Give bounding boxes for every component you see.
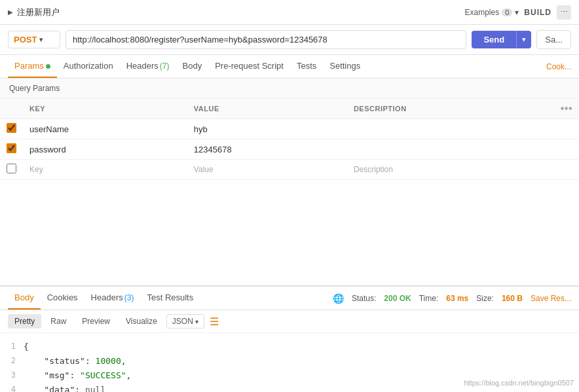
code-line-2: 2 "status": 10000, (0, 354, 579, 368)
middle-spacer (0, 180, 579, 285)
status-value: 200 OK (384, 294, 411, 303)
code-content-2: "status": 10000, (24, 354, 126, 368)
row1-more (554, 119, 579, 139)
send-btn-group: Send ▾ (472, 31, 531, 48)
method-arrow-icon: ▾ (39, 36, 43, 43)
placeholder-key[interactable]: Key (23, 160, 187, 180)
row2-checkbox[interactable] (7, 143, 16, 153)
query-params-label: Query Params (0, 79, 579, 99)
triangle-icon: ▶ (8, 9, 13, 16)
more-icon[interactable]: ••• (561, 103, 572, 114)
row1-key[interactable]: userName (23, 119, 187, 139)
fmt-tab-visualize[interactable]: Visualize (119, 314, 164, 329)
method-select[interactable]: POST ▾ (8, 31, 60, 48)
row1-checkbox[interactable] (7, 123, 16, 133)
row1-check-cell (0, 119, 23, 139)
app-container: ▶ 注册新用户 Examples 0 ▾ BUILD ⋯ POST ▾ Send… (0, 0, 579, 392)
save-button[interactable]: Sa... (536, 30, 571, 49)
row2-value[interactable]: 12345678 (187, 139, 347, 160)
col-key: KEY (23, 99, 187, 119)
res-tab-body[interactable]: Body (8, 287, 41, 310)
placeholder-checkbox[interactable] (7, 164, 16, 173)
row1-description[interactable] (347, 119, 554, 139)
res-tab-cookies[interactable]: Cookies (41, 287, 84, 310)
col-more: ••• (554, 99, 579, 119)
table-row: userName hyb (0, 119, 579, 139)
row2-key[interactable]: password (23, 139, 187, 160)
fmt-tab-raw[interactable]: Raw (44, 314, 73, 329)
method-label: POST (14, 35, 37, 45)
top-bar: ▶ 注册新用户 Examples 0 ▾ BUILD ⋯ (0, 0, 579, 25)
code-content-1: { (24, 340, 29, 354)
params-table: KEY VALUE DESCRIPTION ••• userName hyb p… (0, 99, 579, 180)
size-value: 160 B (502, 294, 523, 303)
body-format-tabs: Pretty Raw Preview Visualize JSON ▾ ☰ (0, 310, 579, 333)
cookies-link[interactable]: Cook... (546, 62, 571, 71)
res-headers-count: (3) (124, 293, 134, 302)
tab-prerequest[interactable]: Pre-request Script (208, 55, 290, 78)
format-arrow-icon: ▾ (195, 318, 198, 325)
fmt-tab-pretty[interactable]: Pretty (8, 314, 41, 329)
table-row: password 12345678 (0, 139, 579, 160)
code-line-1: 1 { (0, 340, 579, 354)
examples-button[interactable]: Examples 0 ▾ (465, 8, 519, 17)
placeholder-value[interactable]: Value (187, 160, 347, 180)
time-value: 63 ms (446, 294, 468, 303)
col-value: VALUE (187, 99, 347, 119)
placeholder-description[interactable]: Description (347, 160, 554, 180)
examples-arrow-icon: ▾ (515, 8, 519, 17)
response-tabs: Body Cookies Headers(3) Test Results 🌐 S… (0, 287, 579, 310)
examples-badge: 0 (502, 9, 512, 16)
format-label: JSON (172, 317, 193, 326)
code-content-4: "data": null (24, 383, 105, 392)
placeholder-more (554, 160, 579, 180)
request-title: 注册新用户 (17, 7, 60, 18)
col-description: DESCRIPTION (347, 99, 554, 119)
res-status-bar: 🌐 Status: 200 OK Time: 63 ms Size: 160 B… (333, 293, 571, 304)
send-dropdown-button[interactable]: ▾ (516, 31, 531, 48)
code-content-3: "msg": "SUCCESS", (24, 368, 131, 383)
kebab-icon[interactable]: ⋯ (557, 5, 571, 20)
build-button[interactable]: BUILD (524, 8, 551, 17)
tab-authorization[interactable]: Authorization (57, 55, 120, 78)
placeholder-row: Key Value Description (0, 160, 579, 180)
url-input[interactable] (65, 30, 466, 49)
request-tabs: Params Authorization Headers(7) Body Pre… (0, 55, 579, 79)
url-bar: POST ▾ Send ▾ Sa... (0, 25, 579, 55)
top-bar-left: ▶ 注册新用户 (8, 7, 60, 18)
format-select[interactable]: JSON ▾ (166, 314, 204, 329)
size-label: Size: (476, 294, 494, 303)
send-button[interactable]: Send (472, 31, 516, 48)
tab-body[interactable]: Body (176, 55, 209, 78)
tab-tests[interactable]: Tests (290, 55, 323, 78)
col-check (0, 99, 23, 119)
fmt-tab-preview[interactable]: Preview (75, 314, 117, 329)
save-response-link[interactable]: Save Res... (531, 294, 571, 303)
tab-headers[interactable]: Headers(7) (120, 55, 176, 78)
row2-more (554, 139, 579, 160)
params-dot (46, 64, 50, 69)
globe-icon[interactable]: 🌐 (333, 293, 344, 304)
status-label: Status: (352, 294, 376, 303)
row2-check-cell (0, 139, 23, 160)
placeholder-check-cell (0, 160, 23, 180)
headers-count: (7) (160, 62, 170, 71)
table-header-row: KEY VALUE DESCRIPTION ••• (0, 99, 579, 119)
res-tab-headers[interactable]: Headers(3) (84, 287, 141, 310)
line-num-1: 1 (0, 340, 24, 353)
examples-label: Examples (465, 8, 500, 17)
wrap-icon[interactable]: ☰ (210, 315, 219, 328)
row1-value[interactable]: hyb (187, 119, 347, 139)
line-num-3: 3 (0, 368, 24, 382)
code-line-4: 4 "data": null (0, 383, 579, 392)
response-section: Body Cookies Headers(3) Test Results 🌐 S… (0, 285, 579, 392)
tab-settings[interactable]: Settings (323, 55, 367, 78)
params-table-container: KEY VALUE DESCRIPTION ••• userName hyb p… (0, 99, 579, 180)
code-line-3: 3 "msg": "SUCCESS", (0, 368, 579, 383)
tab-params[interactable]: Params (8, 55, 57, 78)
time-label: Time: (419, 294, 439, 303)
row2-description[interactable] (347, 139, 554, 160)
line-num-4: 4 (0, 383, 24, 392)
res-tab-testresults[interactable]: Test Results (140, 287, 200, 310)
line-num-2: 2 (0, 354, 24, 367)
